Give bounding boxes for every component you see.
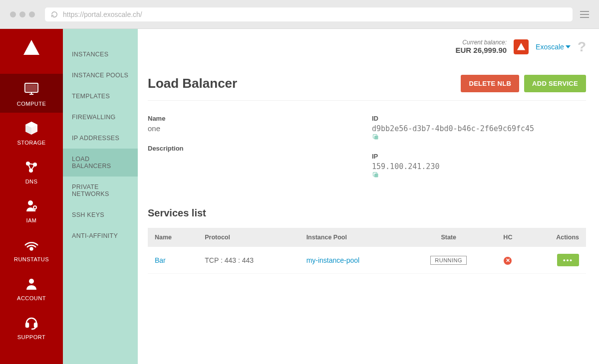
- col-state: State: [408, 228, 489, 247]
- hamburger-icon[interactable]: [580, 11, 589, 18]
- service-pool-link[interactable]: my-instance-pool: [306, 256, 360, 264]
- add-service-button[interactable]: ADD SERVICE: [524, 75, 586, 92]
- copy-id-icon[interactable]: [372, 133, 586, 141]
- primary-sidebar: COMPUTE STORAGE DNS IAM RUNSTATUS: [0, 29, 63, 364]
- detail-value-id: d9bb2e56-d3b7-4bd0-b46c-2f6e9c69fc45: [372, 124, 534, 133]
- org-name: Exoscale: [536, 43, 564, 51]
- service-protocol: TCP : 443 : 443: [198, 247, 299, 274]
- svg-rect-1: [26, 85, 36, 91]
- balance-amount: 26,999.90: [473, 46, 507, 54]
- nav-label: RUNSTATUS: [14, 256, 49, 262]
- sub-ssh-keys[interactable]: SSH KEYS: [63, 204, 138, 225]
- table-row: Bar TCP : 443 : 443 my-instance-pool RUN…: [148, 247, 586, 274]
- detail-value-ip: 159.100.241.230: [372, 162, 439, 171]
- services-title: Services list: [148, 207, 586, 219]
- col-name: Name: [148, 228, 198, 247]
- sub-firewalling[interactable]: FIREWALLING: [63, 107, 138, 128]
- svg-point-6: [33, 206, 36, 209]
- reload-icon[interactable]: [51, 11, 58, 18]
- caret-down-icon: [566, 45, 571, 48]
- state-badge: RUNNING: [430, 256, 467, 265]
- svg-rect-9: [26, 323, 28, 327]
- window-min-dot[interactable]: [19, 11, 25, 17]
- nav-support[interactable]: SUPPORT: [0, 307, 63, 346]
- url-text: https://portal.exoscale.ch/: [63, 10, 142, 18]
- nav-dns[interactable]: DNS: [0, 152, 63, 190]
- topbar: Current balance: EUR 26,999.90 Exoscale …: [148, 39, 586, 55]
- org-switcher[interactable]: Exoscale: [536, 43, 571, 51]
- sub-instance-pools[interactable]: INSTANCE POOLS: [63, 65, 138, 86]
- nav-label: SUPPORT: [17, 334, 45, 340]
- nav-account[interactable]: ACCOUNT: [0, 268, 63, 307]
- nav-label: COMPUTE: [17, 101, 46, 107]
- svg-point-5: [28, 200, 33, 205]
- detail-label-id: ID: [372, 112, 586, 122]
- delete-nlb-button[interactable]: DELETE NLB: [461, 75, 519, 92]
- nav-label: STORAGE: [17, 140, 45, 146]
- box-icon: [23, 120, 40, 137]
- nav-label: DNS: [25, 179, 38, 184]
- detail-value-description: [148, 152, 362, 163]
- service-name-link[interactable]: Bar: [155, 256, 166, 264]
- broadcast-icon: [23, 236, 40, 253]
- detail-label-ip: IP: [372, 150, 586, 160]
- url-bar[interactable]: https://portal.exoscale.ch/: [45, 7, 573, 21]
- svg-point-8: [29, 279, 34, 284]
- copy-ip-icon[interactable]: [372, 171, 586, 179]
- secondary-sidebar: INSTANCES INSTANCE POOLS TEMPLATES FIREW…: [63, 29, 138, 364]
- page-header: Load Balancer DELETE NLB ADD SERVICE: [148, 75, 586, 101]
- user-icon: [23, 275, 40, 292]
- svg-rect-10: [34, 323, 37, 327]
- main-content: Current balance: EUR 26,999.90 Exoscale …: [138, 29, 599, 364]
- row-actions-button[interactable]: •••: [557, 254, 579, 266]
- sub-instances[interactable]: INSTANCES: [63, 44, 138, 65]
- detail-label-description: Description: [148, 142, 362, 152]
- balance-display: Current balance: EUR 26,999.90: [456, 39, 507, 55]
- user-key-icon: [23, 197, 40, 214]
- window-close-dot[interactable]: [10, 11, 16, 17]
- window-controls: [10, 11, 35, 17]
- sub-ip-addresses[interactable]: IP ADDRESSES: [63, 128, 138, 149]
- window-max-dot[interactable]: [29, 11, 35, 17]
- nav-iam[interactable]: IAM: [0, 190, 63, 229]
- svg-point-7: [30, 248, 33, 250]
- col-protocol: Protocol: [198, 228, 299, 247]
- svg-rect-13: [374, 174, 378, 178]
- sub-templates[interactable]: TEMPLATES: [63, 86, 138, 107]
- services-table: Name Protocol Instance Pool State HC Act…: [148, 228, 586, 274]
- org-logo-icon: [514, 39, 529, 54]
- balance-currency: EUR: [456, 46, 472, 54]
- monitor-icon: [23, 81, 40, 98]
- headset-icon: [23, 314, 40, 331]
- network-icon: [23, 159, 40, 176]
- browser-chrome: https://portal.exoscale.ch/: [0, 0, 599, 29]
- sub-private-networks[interactable]: PRIVATE NETWORKS: [63, 177, 138, 204]
- svg-rect-11: [374, 136, 378, 140]
- nav-label: ACCOUNT: [17, 295, 46, 301]
- sub-anti-affinity[interactable]: ANTI-AFFINITY: [63, 225, 138, 246]
- nav-compute[interactable]: COMPUTE: [0, 74, 63, 113]
- sub-load-balancers[interactable]: LOAD BALANCERS: [63, 149, 138, 177]
- detail-label-name: Name: [148, 112, 362, 122]
- details-section: Name one Description ID d9bb2e56-d3b7-4b…: [148, 112, 586, 187]
- page-title: Load Balancer: [148, 76, 237, 91]
- col-hc: HC: [489, 228, 526, 247]
- brand-logo-icon[interactable]: [21, 38, 41, 58]
- hc-error-icon: ✕: [504, 257, 512, 265]
- detail-value-name: one: [148, 122, 362, 142]
- help-icon[interactable]: ?: [578, 39, 586, 55]
- col-pool: Instance Pool: [300, 228, 408, 247]
- col-actions: Actions: [527, 228, 586, 247]
- nav-storage[interactable]: STORAGE: [0, 113, 63, 152]
- nav-label: IAM: [26, 217, 36, 223]
- nav-runstatus[interactable]: RUNSTATUS: [0, 229, 63, 268]
- balance-label: Current balance:: [456, 39, 507, 46]
